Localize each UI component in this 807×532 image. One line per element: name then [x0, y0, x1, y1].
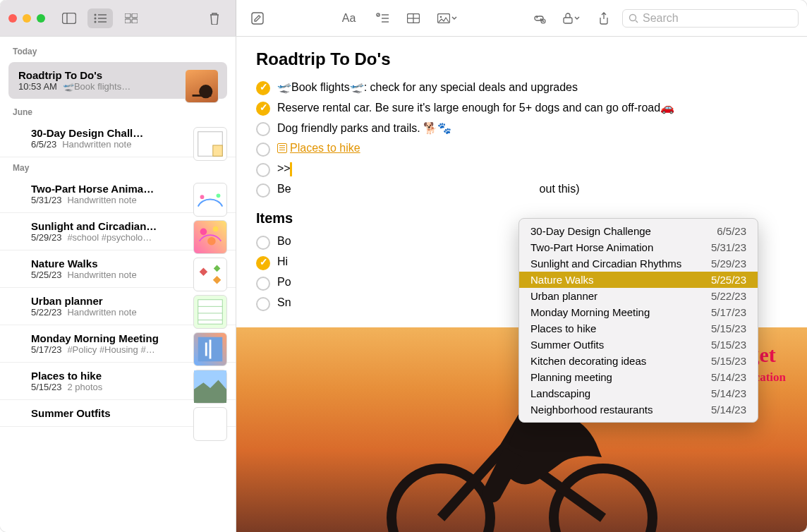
suggestion-date: 5/22/23: [711, 290, 746, 302]
search-field[interactable]: Search: [622, 9, 799, 28]
gallery-view-icon[interactable]: [119, 8, 144, 28]
checklist-item[interactable]: Bexxxxxxxxxxxxxxxxxxxxxxxxxxxxxxxxxxxxxx…: [256, 180, 787, 200]
suggestion-item[interactable]: Two-Part Horse Animation5/31/23: [519, 239, 758, 255]
note-list-item[interactable]: Sunlight and Circadian… 5/29/23 #school …: [0, 213, 236, 250]
suggestion-item[interactable]: Urban planner5/22/23: [519, 288, 758, 304]
checkbox-circle[interactable]: [256, 277, 270, 291]
share-icon[interactable]: [591, 8, 617, 28]
suggestion-date: 5/14/23: [711, 371, 746, 383]
minimize-window[interactable]: [23, 14, 31, 23]
checklist-text[interactable]: >>: [277, 162, 787, 176]
note-item-preview: Handwritten note: [67, 195, 136, 205]
note-item-preview: Handwritten note: [67, 307, 136, 318]
note-item-preview: 2 photos: [67, 382, 102, 392]
suggestion-item[interactable]: Sunlight and Circadian Rhythms5/29/23: [519, 255, 758, 272]
delete-icon[interactable]: [202, 8, 227, 28]
checklist-item[interactable]: Reserve rental car. Be sure it's large e…: [256, 98, 787, 119]
suggestion-item[interactable]: Landscaping5/14/23: [519, 385, 758, 401]
note-item-date: 5/15/23: [31, 382, 61, 392]
svg-rect-11: [132, 19, 138, 23]
suggestion-label: Summer Outfits: [530, 339, 604, 351]
suggestion-item[interactable]: Kitchen decorating ideas5/15/23: [519, 353, 758, 369]
checkbox-circle[interactable]: [256, 256, 270, 270]
note-link-suggestions-popup: 30-Day Design Challenge6/5/23Two-Part Ho…: [518, 218, 758, 423]
svg-point-33: [207, 237, 216, 246]
suggestion-date: 6/5/23: [717, 225, 746, 237]
media-dropdown-icon[interactable]: [432, 8, 463, 28]
titlebar-sidebar-section: [0, 0, 236, 36]
maximize-window[interactable]: [37, 14, 45, 23]
checkbox-circle[interactable]: [256, 163, 270, 177]
svg-point-21: [439, 16, 442, 18]
checklist-text[interactable]: Bexxxxxxxxxxxxxxxxxxxxxxxxxxxxxxxxxxxxxx…: [277, 183, 787, 195]
suggestion-date: 5/31/23: [711, 241, 746, 253]
section-header: June: [0, 102, 236, 120]
note-link[interactable]: Places to hike: [277, 142, 360, 155]
format-text-icon[interactable]: Aa: [334, 8, 364, 28]
close-window[interactable]: [8, 14, 17, 23]
note-item-preview: #school #psycholo…: [67, 232, 152, 243]
checklist-item[interactable]: 🛫Book flights🛫: check for any special de…: [256, 78, 787, 98]
note-list-item[interactable]: Roadtrip To Do's 10:53 AM 🛫Book flights…: [8, 62, 227, 99]
note-thumbnail: [193, 127, 227, 161]
suggestion-date: 5/17/23: [711, 306, 746, 318]
checklist-text[interactable]: Dog friendly parks and trails. 🐕🐾: [277, 121, 787, 135]
note-list-item[interactable]: 30-Day Design Chall… 6/5/23 Handwritten …: [0, 120, 236, 157]
note-list-item[interactable]: Urban planner 5/22/23 Handwritten note: [0, 288, 236, 325]
note-list-item[interactable]: Summer Outfits: [0, 400, 236, 427]
link-icon[interactable]: [526, 8, 552, 28]
checkbox-circle[interactable]: [256, 122, 270, 136]
checklist-text[interactable]: Reserve rental car. Be sure it's large e…: [277, 101, 787, 114]
checklist-text[interactable]: Places to hike: [277, 142, 787, 156]
suggestion-label: Kitchen decorating ideas: [530, 355, 646, 367]
suggestion-item[interactable]: Summer Outfits5/15/23: [519, 337, 758, 353]
note-item-date: 5/25/23: [31, 270, 61, 280]
suggestion-item[interactable]: Nature Walks5/25/23: [519, 272, 758, 288]
checkbox-circle[interactable]: [256, 81, 270, 95]
note-thumbnail: [193, 258, 227, 291]
suggestion-item[interactable]: Monday Morning Meeting5/17/23: [519, 304, 758, 320]
svg-point-32: [213, 226, 219, 232]
checklist-icon[interactable]: [370, 8, 395, 28]
list-view-icon[interactable]: [87, 8, 113, 28]
svg-point-24: [630, 14, 636, 20]
suggestion-label: Monday Morning Meeting: [530, 306, 650, 318]
checklist-item[interactable]: Dog friendly parks and trails. 🐕🐾: [256, 119, 787, 139]
note-item-date: 6/5/23: [31, 139, 56, 150]
suggestion-date: 5/15/23: [711, 339, 746, 351]
suggestion-item[interactable]: Neighborhood restaurants5/14/23: [519, 401, 758, 418]
note-link-icon: [277, 143, 287, 153]
suggestion-label: Two-Part Horse Animation: [530, 241, 653, 253]
checklist-item[interactable]: >>: [256, 159, 787, 180]
svg-point-31: [200, 229, 207, 236]
toggle-sidebar-icon[interactable]: [56, 8, 82, 28]
search-placeholder: Search: [643, 12, 679, 25]
note-thumbnail: [193, 407, 227, 441]
checkbox-circle[interactable]: [256, 183, 270, 198]
svg-point-2: [95, 13, 97, 16]
note-item-preview: Handwritten note: [67, 270, 136, 280]
note-list-item[interactable]: Two-Part Horse Anima… 5/31/23 Handwritte…: [0, 176, 236, 213]
note-list-item[interactable]: Monday Morning Meeting 5/17/23 #Policy #…: [0, 325, 236, 363]
note-thumbnail: [193, 183, 227, 217]
lock-dropdown-icon[interactable]: [557, 8, 585, 28]
new-note-icon[interactable]: [245, 8, 270, 28]
note-list-item[interactable]: Nature Walks 5/25/23 Handwritten note: [0, 250, 236, 288]
svg-rect-8: [125, 13, 131, 18]
suggestion-item[interactable]: 30-Day Design Challenge6/5/23: [519, 223, 758, 239]
checklist-text[interactable]: 🛫Book flights🛫: check for any special de…: [277, 80, 787, 94]
suggestion-item[interactable]: Planning meeting5/14/23: [519, 369, 758, 385]
table-icon[interactable]: [401, 8, 426, 28]
note-list-item[interactable]: Places to hike 5/15/23 2 photos: [0, 363, 236, 400]
svg-line-25: [636, 20, 638, 23]
suggestion-item[interactable]: Places to hike5/15/23: [519, 320, 758, 337]
svg-rect-23: [564, 18, 572, 23]
checkbox-circle[interactable]: [256, 143, 270, 157]
checklist-item[interactable]: Places to hike: [256, 139, 787, 159]
note-title[interactable]: Roadtrip To Do's: [256, 49, 787, 69]
checkbox-circle[interactable]: [256, 297, 270, 311]
checkbox-circle[interactable]: [256, 102, 270, 116]
suggestion-label: Neighborhood restaurants: [530, 404, 653, 416]
checkbox-circle[interactable]: [256, 236, 270, 250]
section-header: Today: [0, 41, 236, 59]
